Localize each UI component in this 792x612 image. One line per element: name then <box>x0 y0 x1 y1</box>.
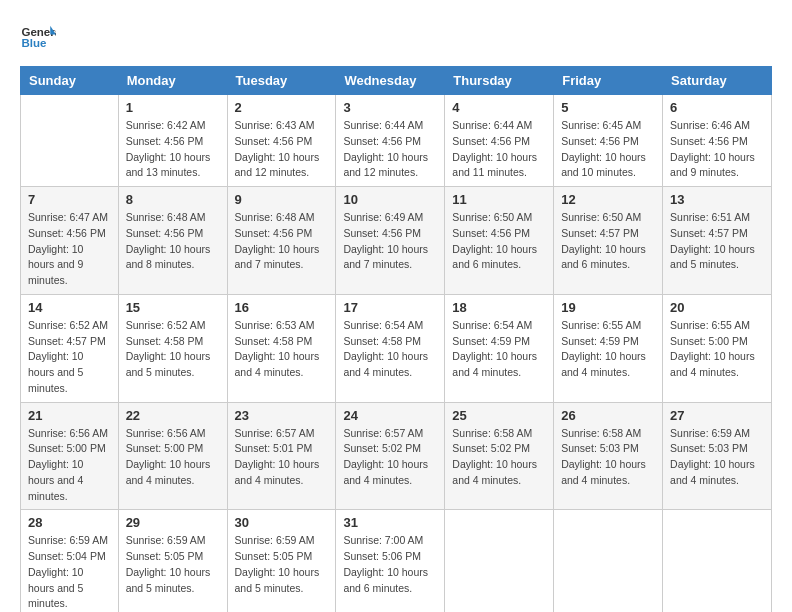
day-cell: 20Sunrise: 6:55 AM Sunset: 5:00 PM Dayli… <box>663 294 772 402</box>
day-number: 16 <box>235 300 329 315</box>
day-cell: 23Sunrise: 6:57 AM Sunset: 5:01 PM Dayli… <box>227 402 336 510</box>
column-header-thursday: Thursday <box>445 67 554 95</box>
day-number: 20 <box>670 300 764 315</box>
day-number: 24 <box>343 408 437 423</box>
column-header-wednesday: Wednesday <box>336 67 445 95</box>
day-number: 23 <box>235 408 329 423</box>
week-row-1: 1Sunrise: 6:42 AM Sunset: 4:56 PM Daylig… <box>21 95 772 187</box>
day-number: 1 <box>126 100 220 115</box>
day-info: Sunrise: 6:44 AM Sunset: 4:56 PM Dayligh… <box>343 118 437 181</box>
day-cell: 30Sunrise: 6:59 AM Sunset: 5:05 PM Dayli… <box>227 510 336 612</box>
day-number: 30 <box>235 515 329 530</box>
day-cell: 29Sunrise: 6:59 AM Sunset: 5:05 PM Dayli… <box>118 510 227 612</box>
day-info: Sunrise: 6:52 AM Sunset: 4:58 PM Dayligh… <box>126 318 220 381</box>
day-number: 5 <box>561 100 655 115</box>
week-row-5: 28Sunrise: 6:59 AM Sunset: 5:04 PM Dayli… <box>21 510 772 612</box>
day-number: 12 <box>561 192 655 207</box>
day-cell <box>554 510 663 612</box>
day-cell: 12Sunrise: 6:50 AM Sunset: 4:57 PM Dayli… <box>554 187 663 295</box>
day-info: Sunrise: 6:50 AM Sunset: 4:57 PM Dayligh… <box>561 210 655 273</box>
day-info: Sunrise: 6:59 AM Sunset: 5:05 PM Dayligh… <box>126 533 220 596</box>
day-cell: 1Sunrise: 6:42 AM Sunset: 4:56 PM Daylig… <box>118 95 227 187</box>
day-number: 26 <box>561 408 655 423</box>
column-header-saturday: Saturday <box>663 67 772 95</box>
day-cell: 3Sunrise: 6:44 AM Sunset: 4:56 PM Daylig… <box>336 95 445 187</box>
day-info: Sunrise: 6:47 AM Sunset: 4:56 PM Dayligh… <box>28 210 111 289</box>
day-number: 11 <box>452 192 546 207</box>
day-info: Sunrise: 6:59 AM Sunset: 5:05 PM Dayligh… <box>235 533 329 596</box>
day-info: Sunrise: 6:59 AM Sunset: 5:04 PM Dayligh… <box>28 533 111 612</box>
day-number: 2 <box>235 100 329 115</box>
day-number: 6 <box>670 100 764 115</box>
day-cell: 15Sunrise: 6:52 AM Sunset: 4:58 PM Dayli… <box>118 294 227 402</box>
day-cell: 13Sunrise: 6:51 AM Sunset: 4:57 PM Dayli… <box>663 187 772 295</box>
day-number: 22 <box>126 408 220 423</box>
day-cell: 4Sunrise: 6:44 AM Sunset: 4:56 PM Daylig… <box>445 95 554 187</box>
day-number: 15 <box>126 300 220 315</box>
day-number: 18 <box>452 300 546 315</box>
day-cell: 9Sunrise: 6:48 AM Sunset: 4:56 PM Daylig… <box>227 187 336 295</box>
header-row: SundayMondayTuesdayWednesdayThursdayFrid… <box>21 67 772 95</box>
week-row-4: 21Sunrise: 6:56 AM Sunset: 5:00 PM Dayli… <box>21 402 772 510</box>
day-number: 29 <box>126 515 220 530</box>
day-cell: 17Sunrise: 6:54 AM Sunset: 4:58 PM Dayli… <box>336 294 445 402</box>
day-info: Sunrise: 6:50 AM Sunset: 4:56 PM Dayligh… <box>452 210 546 273</box>
day-info: Sunrise: 6:46 AM Sunset: 4:56 PM Dayligh… <box>670 118 764 181</box>
day-cell: 2Sunrise: 6:43 AM Sunset: 4:56 PM Daylig… <box>227 95 336 187</box>
day-number: 14 <box>28 300 111 315</box>
day-cell: 7Sunrise: 6:47 AM Sunset: 4:56 PM Daylig… <box>21 187 119 295</box>
day-cell <box>663 510 772 612</box>
logo-icon: General Blue <box>20 20 56 56</box>
day-info: Sunrise: 6:55 AM Sunset: 4:59 PM Dayligh… <box>561 318 655 381</box>
day-number: 31 <box>343 515 437 530</box>
day-number: 17 <box>343 300 437 315</box>
day-number: 21 <box>28 408 111 423</box>
day-info: Sunrise: 6:58 AM Sunset: 5:03 PM Dayligh… <box>561 426 655 489</box>
week-row-2: 7Sunrise: 6:47 AM Sunset: 4:56 PM Daylig… <box>21 187 772 295</box>
day-number: 27 <box>670 408 764 423</box>
day-cell: 24Sunrise: 6:57 AM Sunset: 5:02 PM Dayli… <box>336 402 445 510</box>
calendar-header: SundayMondayTuesdayWednesdayThursdayFrid… <box>21 67 772 95</box>
day-info: Sunrise: 6:54 AM Sunset: 4:58 PM Dayligh… <box>343 318 437 381</box>
day-cell: 19Sunrise: 6:55 AM Sunset: 4:59 PM Dayli… <box>554 294 663 402</box>
svg-text:Blue: Blue <box>21 37 47 49</box>
column-header-monday: Monday <box>118 67 227 95</box>
day-info: Sunrise: 7:00 AM Sunset: 5:06 PM Dayligh… <box>343 533 437 596</box>
logo: General Blue <box>20 20 56 56</box>
day-cell: 21Sunrise: 6:56 AM Sunset: 5:00 PM Dayli… <box>21 402 119 510</box>
calendar-body: 1Sunrise: 6:42 AM Sunset: 4:56 PM Daylig… <box>21 95 772 613</box>
day-cell: 5Sunrise: 6:45 AM Sunset: 4:56 PM Daylig… <box>554 95 663 187</box>
day-info: Sunrise: 6:55 AM Sunset: 5:00 PM Dayligh… <box>670 318 764 381</box>
day-cell: 6Sunrise: 6:46 AM Sunset: 4:56 PM Daylig… <box>663 95 772 187</box>
day-cell: 28Sunrise: 6:59 AM Sunset: 5:04 PM Dayli… <box>21 510 119 612</box>
day-cell: 14Sunrise: 6:52 AM Sunset: 4:57 PM Dayli… <box>21 294 119 402</box>
calendar-table: SundayMondayTuesdayWednesdayThursdayFrid… <box>20 66 772 612</box>
column-header-tuesday: Tuesday <box>227 67 336 95</box>
day-number: 25 <box>452 408 546 423</box>
day-info: Sunrise: 6:51 AM Sunset: 4:57 PM Dayligh… <box>670 210 764 273</box>
day-cell: 31Sunrise: 7:00 AM Sunset: 5:06 PM Dayli… <box>336 510 445 612</box>
day-info: Sunrise: 6:57 AM Sunset: 5:01 PM Dayligh… <box>235 426 329 489</box>
day-info: Sunrise: 6:45 AM Sunset: 4:56 PM Dayligh… <box>561 118 655 181</box>
day-info: Sunrise: 6:56 AM Sunset: 5:00 PM Dayligh… <box>126 426 220 489</box>
day-number: 4 <box>452 100 546 115</box>
day-info: Sunrise: 6:49 AM Sunset: 4:56 PM Dayligh… <box>343 210 437 273</box>
day-number: 8 <box>126 192 220 207</box>
day-info: Sunrise: 6:56 AM Sunset: 5:00 PM Dayligh… <box>28 426 111 505</box>
day-cell: 27Sunrise: 6:59 AM Sunset: 5:03 PM Dayli… <box>663 402 772 510</box>
day-info: Sunrise: 6:59 AM Sunset: 5:03 PM Dayligh… <box>670 426 764 489</box>
day-info: Sunrise: 6:52 AM Sunset: 4:57 PM Dayligh… <box>28 318 111 397</box>
day-info: Sunrise: 6:48 AM Sunset: 4:56 PM Dayligh… <box>126 210 220 273</box>
day-number: 9 <box>235 192 329 207</box>
day-info: Sunrise: 6:43 AM Sunset: 4:56 PM Dayligh… <box>235 118 329 181</box>
day-number: 3 <box>343 100 437 115</box>
day-number: 28 <box>28 515 111 530</box>
day-cell: 11Sunrise: 6:50 AM Sunset: 4:56 PM Dayli… <box>445 187 554 295</box>
day-cell <box>445 510 554 612</box>
day-cell: 25Sunrise: 6:58 AM Sunset: 5:02 PM Dayli… <box>445 402 554 510</box>
day-info: Sunrise: 6:53 AM Sunset: 4:58 PM Dayligh… <box>235 318 329 381</box>
week-row-3: 14Sunrise: 6:52 AM Sunset: 4:57 PM Dayli… <box>21 294 772 402</box>
day-number: 10 <box>343 192 437 207</box>
day-info: Sunrise: 6:57 AM Sunset: 5:02 PM Dayligh… <box>343 426 437 489</box>
day-info: Sunrise: 6:48 AM Sunset: 4:56 PM Dayligh… <box>235 210 329 273</box>
